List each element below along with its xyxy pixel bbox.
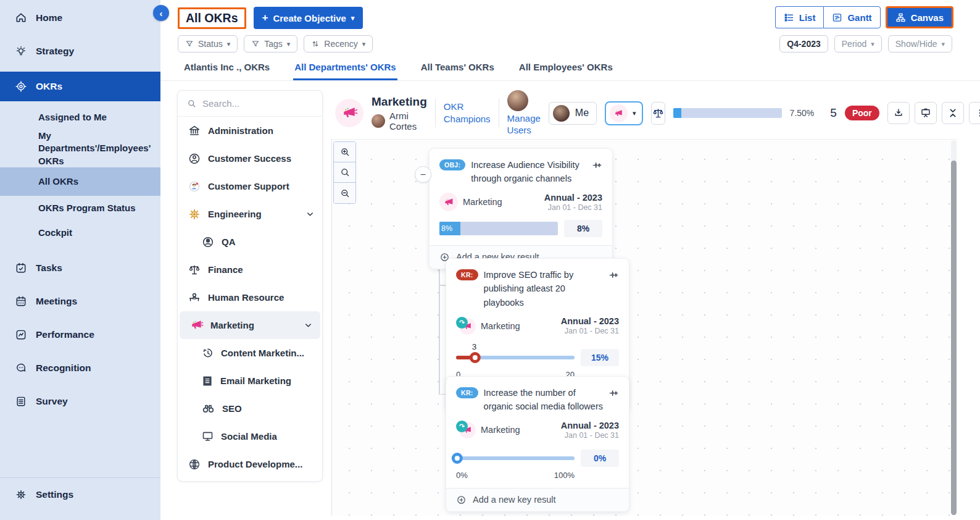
slider-settings-icon[interactable] <box>592 160 602 170</box>
sidebar-item-my-departments-okrs[interactable]: My Departments'/Employees' OKRs <box>0 130 160 167</box>
kr-progress-slider[interactable] <box>456 456 575 460</box>
kr-progress-value: 0% <box>581 450 619 467</box>
objective-card[interactable]: OBJ: Increase Audience Visibility throug… <box>430 149 612 269</box>
tab-all-employees-okrs[interactable]: All Employees' OKRs <box>518 58 614 80</box>
canvas-vertical-scrollbar[interactable] <box>951 140 957 514</box>
presentation-button[interactable] <box>915 102 937 124</box>
plus-circle-icon <box>456 495 467 505</box>
sidebar-item-settings[interactable]: Settings <box>0 482 160 508</box>
dept-item-marketing[interactable]: Marketing <box>180 311 320 339</box>
slider-settings-icon[interactable] <box>608 388 619 398</box>
history-clock-icon <box>201 346 214 359</box>
card-team-name: Marketing <box>463 197 502 207</box>
dept-item-customer-success[interactable]: Customer Success <box>178 145 322 172</box>
slider-handle[interactable] <box>470 352 481 363</box>
collapse-all-button[interactable] <box>942 102 964 124</box>
sidebar-item-assigned-to-me[interactable]: Assigned to Me <box>0 105 160 130</box>
search-icon <box>186 98 197 109</box>
dept-item-administration[interactable]: Administration <box>178 117 322 145</box>
key-result-title[interactable]: Improve SEO traffic by publishing atleas… <box>484 268 603 309</box>
tab-all-teams-okrs[interactable]: All Teams' OKRs <box>420 58 496 80</box>
team-select-dropdown[interactable]: ▾ <box>605 101 643 125</box>
collapse-node-button[interactable]: − <box>415 166 431 183</box>
gantt-view-button[interactable]: Gantt <box>823 6 880 28</box>
dept-item-product-development[interactable]: Product Developme... <box>178 450 322 478</box>
dept-label: Marketing <box>210 320 254 330</box>
key-result-title[interactable]: Increase the number of organic social me… <box>484 386 603 414</box>
objective-title[interactable]: Increase Audience Visibility through org… <box>471 158 586 186</box>
scales-icon <box>188 263 201 277</box>
okr-champions-link[interactable]: OKR Champions <box>444 101 491 126</box>
sidebar-item-performance[interactable]: Performance <box>0 322 160 348</box>
card-period: Annual - 2023 <box>544 193 602 203</box>
sidebar-item-tasks[interactable]: Tasks <box>0 255 160 281</box>
status-filter[interactable]: Status ▾ <box>178 35 238 52</box>
alignment-scale-button[interactable] <box>651 102 665 125</box>
more-options-button[interactable] <box>969 102 980 124</box>
card-date-range: Jan 01 - Dec 31 <box>544 203 602 212</box>
me-filter-button[interactable]: Me <box>549 102 597 125</box>
bank-icon <box>188 124 201 138</box>
key-result-card[interactable]: KR: Increase the number of organic socia… <box>446 377 629 511</box>
dept-item-customer-support[interactable]: Customer Support <box>178 172 322 200</box>
department-search[interactable] <box>178 91 322 117</box>
lightbulb-icon <box>15 45 27 57</box>
dept-item-human-resource[interactable]: Human Resource <box>178 283 322 311</box>
scrollbar-thumb[interactable] <box>951 161 957 515</box>
period-dropdown-label: Period <box>842 39 866 49</box>
kr-progress-slider[interactable]: 3 <box>456 356 575 359</box>
add-key-result-button[interactable]: Add a new key result <box>446 488 629 511</box>
funnel-icon <box>251 40 260 48</box>
list-view-button[interactable]: List <box>775 6 824 28</box>
view-switcher: List Gantt Canvas <box>775 6 953 28</box>
sidebar-sub-label: Cockpit <box>38 227 72 239</box>
slider-settings-icon[interactable] <box>608 270 619 280</box>
sidebar-collapse-button[interactable]: ‹ <box>153 5 169 21</box>
objective-progress-fill: 8% <box>439 222 460 235</box>
sidebar-item-label: OKRs <box>36 81 62 92</box>
tab-all-departments-okrs[interactable]: All Departments' OKRs <box>293 58 397 80</box>
show-hide-label: Show/Hide <box>895 39 937 49</box>
search-input[interactable] <box>202 98 314 109</box>
zoom-in-button[interactable] <box>334 142 355 162</box>
sidebar-item-cockpit[interactable]: Cockpit <box>0 220 160 245</box>
qa-icon <box>201 235 215 249</box>
zoom-reset-button[interactable] <box>334 162 355 183</box>
show-hide-dropdown[interactable]: Show/Hide▾ <box>888 35 952 52</box>
sidebar-item-home[interactable]: Home <box>0 5 160 31</box>
sidebar-item-strategy[interactable]: Strategy <box>0 38 160 64</box>
quarter-chip[interactable]: Q4-2023 <box>779 35 828 52</box>
create-objective-button[interactable]: + Create Objective ▾ <box>254 7 363 29</box>
sidebar-item-okrs[interactable]: OKRs <box>0 72 160 101</box>
period-dropdown[interactable]: Period▾ <box>834 35 882 52</box>
canvas-view-button[interactable]: Canvas <box>886 6 953 28</box>
manage-users-link[interactable]: Manage Users <box>507 90 541 136</box>
dept-item-content-marketing[interactable]: Content Marketin... <box>178 339 322 367</box>
sidebar-item-survey[interactable]: Survey <box>0 388 160 414</box>
chevron-down-icon[interactable] <box>304 321 313 330</box>
chevron-left-icon: ‹ <box>160 8 163 19</box>
sidebar-item-recognition[interactable]: Recognition <box>0 355 160 381</box>
tags-filter[interactable]: Tags ▾ <box>244 35 297 52</box>
dept-item-finance[interactable]: Finance <box>178 256 322 283</box>
dept-item-qa[interactable]: QA <box>178 228 322 256</box>
recency-sort[interactable]: Recency ▾ <box>304 35 373 52</box>
support-person-icon <box>188 180 201 193</box>
chevron-down-icon[interactable] <box>305 209 315 219</box>
slider-handle[interactable] <box>452 453 463 464</box>
sidebar-item-okrs-program-status[interactable]: OKRs Program Status <box>0 196 160 220</box>
dept-item-social-media[interactable]: Social Media <box>178 422 322 450</box>
sidebar-item-all-okrs[interactable]: All OKRs <box>0 167 160 196</box>
zoom-out-button[interactable] <box>334 183 355 203</box>
okr-canvas[interactable]: − OBJ: Increase Audience Visibility thro… <box>331 139 958 516</box>
recency-sort-label: Recency <box>324 39 357 49</box>
dept-item-seo[interactable]: SEO <box>178 395 322 422</box>
dept-item-engineering[interactable]: Engineering <box>178 200 322 228</box>
sidebar-sub-label: My Departments'/Employees' OKRs <box>38 130 152 167</box>
download-button[interactable] <box>887 102 910 124</box>
dept-item-email-marketing[interactable]: Email Marketing <box>178 367 322 395</box>
tab-company-okrs[interactable]: Atlantis Inc ., OKRs <box>183 58 271 80</box>
sidebar-item-preferences[interactable]: Preferences <box>0 515 160 520</box>
tree-connector-vertical <box>439 253 440 395</box>
sidebar-item-meetings[interactable]: Meetings <box>0 288 160 314</box>
